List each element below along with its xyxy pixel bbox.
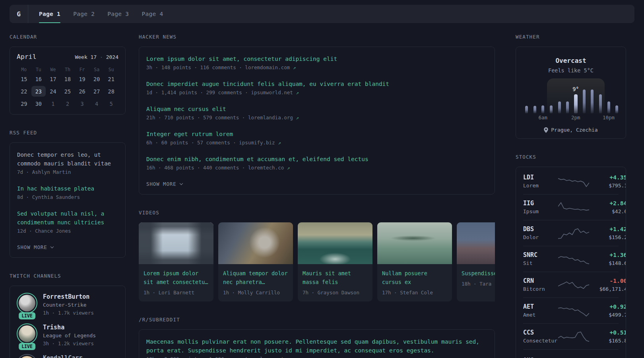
stock-row[interactable]: DBS Dolor +1.42% $156.28 xyxy=(523,220,619,246)
hn-item-domain-link[interactable]: loremdomain.com ↗ xyxy=(245,64,296,70)
stock-ticker[interactable]: IIG xyxy=(523,199,558,208)
top-nav-bar: G Page 1 Page 2 Page 3 Page 4 xyxy=(10,5,634,23)
stock-row[interactable]: SNRC Sit +1.36% $148.64 xyxy=(523,246,619,272)
nav-tab[interactable]: Page 3 xyxy=(107,5,129,23)
stock-name: Lorem xyxy=(523,182,558,190)
rss-item-title[interactable]: Sed volutpat nulla nisl, a condimentum n… xyxy=(17,209,118,227)
video-card[interactable]: Suspendisse diam 18h · Tara xyxy=(457,222,495,302)
weather-chart: 9° xyxy=(522,78,621,122)
hn-item-domain-link[interactable]: ipsumify.biz ↗ xyxy=(239,140,281,146)
calendar-day: 5 xyxy=(104,98,118,109)
temperature-bars: 9° xyxy=(522,78,621,113)
temperature-bar-column: 9° xyxy=(572,86,580,113)
stock-ticker[interactable]: LDI xyxy=(523,173,558,182)
stocks-widget: STOCKS LDI Lorem +4.35% $795.18 xyxy=(516,154,626,358)
twitch-channel-row[interactable]: KendallCarr xyxy=(17,354,118,358)
hn-show-more-button[interactable]: SHOW MORE xyxy=(146,181,182,187)
weather-widget: WEATHER Overcast Feels like 5°C xyxy=(516,34,626,139)
weekday-label: Tu xyxy=(31,66,46,74)
channel-name[interactable]: ForrestBurton xyxy=(43,293,94,301)
page-tabs: Page 1 Page 2 Page 3 Page 4 xyxy=(28,5,163,23)
video-meta: 7h · Grayson Dawson xyxy=(303,289,368,296)
stock-row[interactable]: CRN Bitcorn -1.00% $66,171.48 xyxy=(523,272,619,298)
video-card[interactable]: Mauris sit amet massa felis 7h · Grayson… xyxy=(298,222,372,302)
temperature-bar xyxy=(615,105,618,113)
temperature-bar xyxy=(574,94,578,113)
video-title[interactable]: Aliquam tempor dolor nec pharetra… xyxy=(223,269,288,286)
stock-row[interactable]: IIG Ipsum +2.84% $42.04 xyxy=(523,194,619,220)
external-link-icon: ↗ xyxy=(293,115,299,121)
hacker-news-section-title: HACKER NEWS xyxy=(139,34,495,40)
reddit-post-domain-link[interactable]: loremnet.xyz ↗ xyxy=(260,356,302,358)
stock-ticker[interactable]: DBS xyxy=(523,225,558,233)
app-logo[interactable]: G xyxy=(10,5,28,23)
video-card[interactable]: Aliquam tempor dolor nec pharetra… 1h · … xyxy=(218,222,293,302)
twitch-card: LIVE ForrestBurton Counter-Strike 1h · 1… xyxy=(10,286,126,358)
stock-row[interactable]: AET Amet +0.92% $499.72 xyxy=(523,298,619,323)
nav-tab[interactable]: Page 4 xyxy=(142,5,163,23)
external-link-icon: ↗ xyxy=(275,140,281,146)
nav-tab[interactable]: Page 2 xyxy=(73,5,95,23)
rss-item-title[interactable]: Donec tempor eros leo, ut commodo mauris… xyxy=(17,150,118,168)
stock-ticker[interactable]: SNRC xyxy=(523,251,558,259)
video-title[interactable]: Suspendisse diam xyxy=(462,269,495,278)
video-card[interactable]: Lorem ipsum dolor sit amet consectetu… 1… xyxy=(139,222,213,302)
channel-game: Counter-Strike xyxy=(43,301,94,309)
stock-row[interactable]: CCS Consectetur +0.51% $165.84 xyxy=(523,323,619,349)
video-title[interactable]: Mauris sit amet massa felis xyxy=(303,269,368,286)
weekday-label: Th xyxy=(60,66,75,74)
twitch-channel-row[interactable]: LIVE Trisha League of Legends 3h · 1.2k … xyxy=(17,323,118,347)
video-card[interactable]: Nullam posuere cursus ex 17h · Stefan Co… xyxy=(377,222,452,302)
stock-row[interactable]: LDI Lorem +4.35% $795.18 xyxy=(523,169,619,194)
channel-avatar xyxy=(17,323,37,344)
video-title[interactable]: Lorem ipsum dolor sit amet consectetu… xyxy=(144,269,209,286)
hn-item-domain-link[interactable]: loremlandia.org ↗ xyxy=(248,115,299,121)
video-thumbnail[interactable] xyxy=(298,222,372,264)
hn-item-title[interactable]: Lorem ipsum dolor sit amet, consectetur … xyxy=(146,54,487,63)
calendar-section-title: CALENDAR xyxy=(10,34,126,40)
video-title[interactable]: Nullam posuere cursus ex xyxy=(382,269,447,286)
rss-item-meta: 7d · Ashlyn Martin xyxy=(17,168,118,176)
channel-viewers: 3h · 1.2k viewers xyxy=(43,340,96,347)
hn-item-title[interactable]: Integer eget rutrum lorem xyxy=(146,130,487,138)
stock-ticker[interactable]: AET xyxy=(523,303,558,311)
twitch-section-title: TWITCH CHANNELS xyxy=(10,273,126,279)
calendar-day: 27 xyxy=(89,86,104,97)
stock-price: $66,171.48 xyxy=(589,285,626,293)
stock-change: +1.36% xyxy=(589,251,626,259)
stock-name: Sit xyxy=(523,259,558,267)
stock-name: Consectetur xyxy=(523,337,558,345)
channel-name[interactable]: KendallCarr xyxy=(43,354,82,358)
rss-item-title[interactable]: In hac habitasse platea xyxy=(17,184,118,193)
video-thumbnail[interactable] xyxy=(218,222,293,264)
nav-tab[interactable]: Page 1 xyxy=(39,5,60,23)
temperature-bar-column xyxy=(539,105,547,113)
calendar-day: 23 xyxy=(31,86,46,97)
hn-item-title[interactable]: Donec enim nibh, condimentum et accumsan… xyxy=(146,155,487,163)
hour-label-slot xyxy=(547,115,555,122)
rss-show-more-button[interactable]: SHOW MORE xyxy=(17,244,53,250)
hour-label-slot xyxy=(588,115,596,122)
calendar-day: 29 xyxy=(17,98,31,109)
hn-item-title[interactable]: Donec imperdiet augue tincidunt felis al… xyxy=(146,80,487,88)
calendar-day: 22 xyxy=(17,86,31,97)
stocks-section-title: STOCKS xyxy=(516,154,626,160)
stock-price: $165.84 xyxy=(589,337,626,345)
hour-label-slot xyxy=(563,115,572,122)
video-thumbnail[interactable] xyxy=(377,222,452,264)
video-meta: 18h · Tara xyxy=(462,280,495,288)
calendar-day: 17 xyxy=(46,74,60,84)
reddit-post-title[interactable]: Maecenas mollis pulvinar erat non posuer… xyxy=(146,337,487,355)
hn-item-domain-link[interactable]: ipsumworld.net ↗ xyxy=(251,90,299,95)
map-pin-icon xyxy=(544,127,548,133)
video-thumbnail[interactable] xyxy=(457,222,495,264)
video-thumbnail[interactable] xyxy=(139,222,213,264)
channel-name[interactable]: Trisha xyxy=(43,323,96,332)
twitch-channel-row[interactable]: LIVE ForrestBurton Counter-Strike 1h · 1… xyxy=(17,293,118,317)
stock-ticker[interactable]: CRN xyxy=(523,277,558,285)
stock-ticker[interactable]: AHS xyxy=(523,356,558,358)
stock-row[interactable]: AHS +0.46% xyxy=(523,349,619,358)
hn-item-domain-link[interactable]: loremtech.co ↗ xyxy=(248,165,290,171)
hn-item-title[interactable]: Aliquam nec cursus elit xyxy=(146,105,487,113)
stock-ticker[interactable]: CCS xyxy=(523,329,558,337)
